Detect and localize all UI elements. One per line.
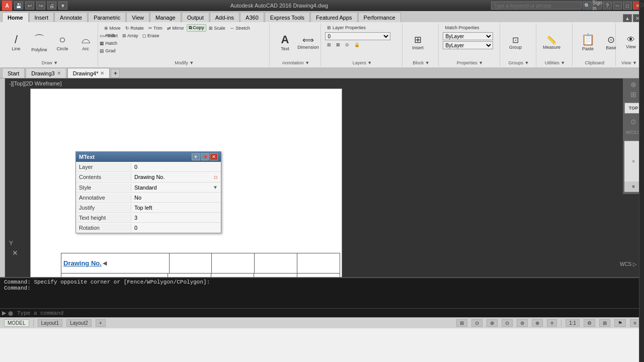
model-btn[interactable]: MODEL: [4, 319, 29, 327]
tab-a360[interactable]: A360: [240, 12, 264, 22]
quick-access-more[interactable]: ▼: [58, 2, 67, 10]
mtext-dropdown-btn[interactable]: ▼: [192, 153, 200, 160]
tab-annotate[interactable]: Annotate: [54, 12, 88, 22]
otrack-toggle[interactable]: ⊕: [532, 319, 543, 327]
tab-insert[interactable]: Insert: [29, 12, 54, 22]
doc-tab-drawing3[interactable]: Drawing3 ✕: [26, 68, 66, 78]
tab-addins[interactable]: Add-ins: [210, 12, 239, 22]
polyline-btn[interactable]: ⌒ Polyline: [28, 28, 50, 56]
mtext-close-btn[interactable]: ✕: [210, 153, 218, 160]
layer-btn3[interactable]: ⊙: [343, 41, 351, 48]
layer-select[interactable]: 0: [325, 32, 390, 40]
layout-add-btn[interactable]: +: [96, 319, 106, 327]
prop-value-layer[interactable]: 0: [131, 163, 221, 171]
measure-btn[interactable]: 📏 Measure: [540, 28, 562, 56]
nav-icon-3[interactable]: ⊙: [630, 118, 636, 126]
paste-btn[interactable]: 📋 Paste: [577, 28, 599, 56]
move-btn[interactable]: ⊕ Move: [102, 25, 123, 32]
quick-access-save[interactable]: 💾: [14, 2, 23, 10]
mtext-pin-btn[interactable]: 📌: [201, 153, 209, 160]
grid-toggle[interactable]: ⊞: [456, 319, 467, 327]
mtext-header[interactable]: MText ▼ 📌 ✕: [76, 152, 221, 162]
snap-toggle[interactable]: ⊙: [471, 319, 482, 327]
tab-output[interactable]: Output: [182, 12, 209, 22]
view-group-label[interactable]: View ▼: [620, 60, 638, 65]
info-btn[interactable]: ?: [603, 2, 612, 10]
nav-icon-1[interactable]: ⊕: [630, 80, 636, 88]
array-btn[interactable]: ⊞ Array: [120, 32, 140, 39]
workspace-btn[interactable]: ⊞: [599, 319, 610, 327]
group-btn[interactable]: ⊡ Group: [504, 28, 526, 56]
prop-value-justify[interactable]: Top left: [131, 204, 221, 212]
rotate-btn[interactable]: ↻ Rotate: [123, 25, 146, 32]
doc-tab-drawing3-close[interactable]: ✕: [57, 70, 61, 76]
command-resize-handle[interactable]: ⬡: [639, 0, 644, 362]
linetype-select[interactable]: ByLayer: [443, 41, 493, 49]
prop-value-contents[interactable]: Drawing No. ○: [131, 172, 221, 182]
tab-manage[interactable]: Manage: [150, 12, 181, 22]
ribbon-minimize-btn[interactable]: ▲: [623, 14, 632, 22]
nav-icon-2[interactable]: ⊞: [630, 90, 636, 99]
draw-group-label[interactable]: Draw ▼: [5, 60, 95, 65]
doc-tab-start[interactable]: Start: [2, 68, 25, 78]
new-tab-btn[interactable]: +: [111, 69, 120, 78]
prop-value-textheight[interactable]: 3: [131, 214, 221, 222]
modify-group-label[interactable]: Modify ▼: [102, 60, 266, 65]
ortho-toggle[interactable]: ⊕: [487, 319, 498, 327]
trim-btn[interactable]: ✂ Trim: [146, 25, 165, 32]
annotation-group-label[interactable]: Annotation ▼: [274, 60, 317, 65]
search-icon[interactable]: 🔍: [583, 2, 592, 10]
block-group-label[interactable]: Block ▼: [407, 60, 435, 65]
prop-value-style[interactable]: Standard ▼: [131, 184, 221, 192]
text-btn[interactable]: A Text: [274, 28, 296, 56]
dimension-btn[interactable]: ⟺ Dimension: [297, 28, 319, 56]
utilities-group-label[interactable]: Utilities ▼: [540, 60, 569, 65]
line-btn[interactable]: / Line: [5, 28, 27, 56]
tab-featuredapps[interactable]: Featured Apps: [310, 12, 358, 22]
tab-view[interactable]: View: [126, 12, 149, 22]
signin-btn[interactable]: Sign In: [593, 2, 602, 10]
scale-btn[interactable]: ⊞ Scale: [207, 25, 227, 32]
fillet-btn[interactable]: ⌐ Fillet: [102, 32, 120, 39]
mirror-btn[interactable]: ⇌ Mirror: [165, 25, 186, 32]
doc-tab-drawing4[interactable]: Drawing4* ✕: [67, 68, 110, 78]
arc-btn[interactable]: ⌓ Arc: [74, 28, 97, 56]
notifications-btn[interactable]: ⚑: [614, 319, 626, 327]
copy-ribbon-btn[interactable]: ⧉ Copy: [187, 24, 206, 32]
doc-tab-drawing4-close[interactable]: ✕: [100, 70, 104, 76]
circle-btn[interactable]: ○ Circle: [51, 28, 73, 56]
layer-btn1[interactable]: ⊞: [325, 41, 333, 48]
tab-expresstools[interactable]: Express Tools: [265, 12, 310, 22]
layer-btn4[interactable]: 🔒: [352, 41, 362, 48]
scale-display[interactable]: 1:1: [566, 319, 580, 327]
polar-toggle[interactable]: ⊙: [502, 319, 513, 327]
color-select[interactable]: ByLayer: [443, 32, 493, 40]
search-input[interactable]: [491, 2, 582, 10]
maximize-btn[interactable]: □: [623, 2, 632, 10]
tab-home[interactable]: Home: [2, 12, 29, 22]
layer-btn2[interactable]: ⊠: [334, 41, 342, 48]
layout2-btn[interactable]: Layout2: [66, 319, 92, 327]
minimize-btn[interactable]: ─: [613, 2, 622, 10]
settings-btn[interactable]: ⚙: [584, 319, 595, 327]
tab-parametric[interactable]: Parametric: [88, 12, 126, 22]
quick-access-redo[interactable]: ↪: [36, 2, 45, 10]
layers-group-label[interactable]: Layers ▼: [325, 60, 399, 65]
groups-group-label[interactable]: Groups ▼: [504, 60, 533, 65]
match-properties-btn[interactable]: Match Properties: [443, 24, 481, 31]
clipboard-group-label[interactable]: Clipboard: [577, 60, 612, 65]
quick-access-undo[interactable]: ↩: [25, 2, 34, 10]
prop-value-rotation[interactable]: 0: [131, 224, 221, 232]
layer-properties-btn[interactable]: ⊞ Layer Properties: [325, 24, 368, 31]
lineweight-toggle[interactable]: ≡: [547, 319, 557, 327]
layout1-btn[interactable]: Layout1: [38, 319, 63, 327]
quick-access-print[interactable]: 🖨: [47, 2, 56, 10]
prop-value-annotative[interactable]: No: [131, 194, 221, 202]
erase-btn[interactable]: ◻ Erase: [140, 32, 161, 39]
properties-group-label[interactable]: Properties ▼: [443, 60, 497, 65]
style-dropdown-icon[interactable]: ▼: [213, 185, 218, 190]
insert-btn[interactable]: ⊞ Insert: [407, 28, 429, 56]
tab-performance[interactable]: Performance: [358, 12, 401, 22]
osnap-toggle[interactable]: ⊚: [517, 319, 528, 327]
command-input-field[interactable]: [17, 310, 642, 316]
